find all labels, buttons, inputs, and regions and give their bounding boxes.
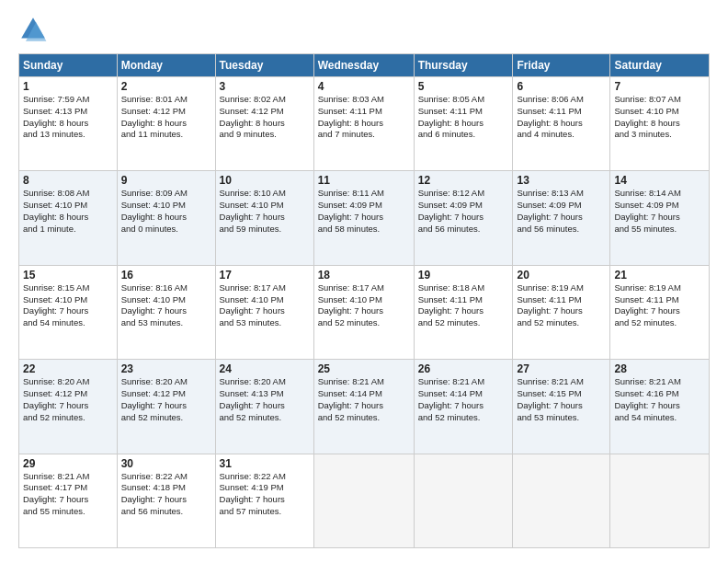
day-info: Sunrise: 8:07 AM	[614, 94, 705, 106]
day-number: 24	[220, 362, 310, 375]
day-number: 2	[121, 80, 211, 93]
calendar-cell: 13Sunrise: 8:13 AMSunset: 4:09 PMDayligh…	[513, 171, 610, 265]
calendar-cell: 16Sunrise: 8:16 AMSunset: 4:10 PMDayligh…	[117, 265, 215, 359]
day-number: 5	[418, 80, 509, 93]
day-info: Daylight: 7 hours	[614, 305, 705, 317]
day-info: Sunrise: 8:01 AM	[121, 94, 211, 106]
calendar-cell: 25Sunrise: 8:21 AMSunset: 4:14 PMDayligh…	[313, 360, 414, 454]
day-number: 28	[614, 362, 705, 375]
day-info: Sunrise: 8:21 AM	[318, 376, 410, 388]
day-info: Daylight: 7 hours	[220, 494, 310, 506]
calendar-cell: 3Sunrise: 8:02 AMSunset: 4:12 PMDaylight…	[215, 77, 313, 171]
calendar-cell: 23Sunrise: 8:20 AMSunset: 4:12 PMDayligh…	[117, 360, 215, 454]
day-info: Sunrise: 8:13 AM	[517, 188, 606, 200]
day-info: Sunrise: 8:11 AM	[318, 188, 410, 200]
calendar-cell: 18Sunrise: 8:17 AMSunset: 4:10 PMDayligh…	[313, 265, 414, 359]
day-number: 14	[614, 174, 705, 187]
calendar-cell: 22Sunrise: 8:20 AMSunset: 4:12 PMDayligh…	[19, 360, 118, 454]
day-info: Daylight: 7 hours	[517, 305, 606, 317]
calendar-cell: 14Sunrise: 8:14 AMSunset: 4:09 PMDayligh…	[610, 171, 710, 265]
day-info: Daylight: 7 hours	[318, 400, 410, 412]
day-info: Sunrise: 8:21 AM	[517, 376, 606, 388]
day-number: 21	[614, 269, 705, 282]
weekday-header: Saturday	[610, 54, 710, 77]
day-info: Sunset: 4:11 PM	[418, 106, 509, 118]
calendar-cell: 26Sunrise: 8:21 AMSunset: 4:14 PMDayligh…	[414, 360, 513, 454]
calendar-week-row: 15Sunrise: 8:15 AMSunset: 4:10 PMDayligh…	[19, 265, 710, 359]
day-info: Sunset: 4:11 PM	[517, 294, 606, 306]
day-number: 11	[318, 174, 410, 187]
day-number: 15	[23, 269, 113, 282]
day-info: and 52 minutes.	[418, 412, 509, 424]
page: SundayMondayTuesdayWednesdayThursdayFrid…	[0, 0, 728, 563]
day-number: 17	[220, 269, 310, 282]
day-info: Sunset: 4:10 PM	[614, 106, 705, 118]
day-number: 27	[517, 362, 606, 375]
day-info: and 58 minutes.	[318, 224, 410, 236]
day-number: 13	[517, 174, 606, 187]
day-number: 19	[418, 269, 509, 282]
day-info: Sunset: 4:10 PM	[121, 200, 211, 212]
day-info: and 57 minutes.	[220, 506, 310, 518]
day-number: 16	[121, 269, 211, 282]
day-number: 25	[318, 362, 410, 375]
day-info: and 53 minutes.	[220, 317, 310, 329]
calendar-cell: 20Sunrise: 8:19 AMSunset: 4:11 PMDayligh…	[513, 265, 610, 359]
calendar-cell	[610, 454, 710, 547]
day-number: 10	[220, 174, 310, 187]
calendar-week-row: 29Sunrise: 8:21 AMSunset: 4:17 PMDayligh…	[19, 454, 710, 547]
day-info: Sunset: 4:10 PM	[318, 294, 410, 306]
day-info: and 52 minutes.	[220, 412, 310, 424]
calendar-cell: 5Sunrise: 8:05 AMSunset: 4:11 PMDaylight…	[414, 77, 513, 171]
header	[18, 15, 710, 44]
day-info: Daylight: 7 hours	[318, 305, 410, 317]
day-info: Daylight: 8 hours	[23, 118, 113, 130]
calendar-table: SundayMondayTuesdayWednesdayThursdayFrid…	[18, 53, 710, 548]
day-info: and 11 minutes.	[121, 129, 211, 141]
day-info: Sunset: 4:11 PM	[418, 294, 509, 306]
day-info: Daylight: 7 hours	[418, 305, 509, 317]
day-info: and 53 minutes.	[517, 412, 606, 424]
day-info: Sunrise: 8:16 AM	[121, 282, 211, 294]
day-info: Sunset: 4:10 PM	[220, 294, 310, 306]
day-info: Sunset: 4:13 PM	[220, 388, 310, 400]
weekday-header: Sunday	[19, 54, 118, 77]
day-info: Sunrise: 8:21 AM	[418, 376, 509, 388]
day-info: Sunset: 4:09 PM	[318, 200, 410, 212]
day-info: Sunrise: 8:06 AM	[517, 94, 606, 106]
calendar-cell: 24Sunrise: 8:20 AMSunset: 4:13 PMDayligh…	[215, 360, 313, 454]
day-info: Sunrise: 8:19 AM	[517, 282, 606, 294]
day-info: Sunrise: 7:59 AM	[23, 94, 113, 106]
day-info: and 56 minutes.	[517, 224, 606, 236]
day-info: Sunrise: 8:03 AM	[318, 94, 410, 106]
day-number: 30	[121, 457, 211, 470]
day-info: and 54 minutes.	[23, 317, 113, 329]
day-info: Sunset: 4:17 PM	[23, 482, 113, 494]
day-info: and 55 minutes.	[23, 506, 113, 518]
day-number: 29	[23, 457, 113, 470]
day-info: and 52 minutes.	[318, 317, 410, 329]
day-info: Daylight: 8 hours	[318, 118, 410, 130]
day-info: Sunset: 4:11 PM	[517, 106, 606, 118]
day-info: Sunset: 4:10 PM	[121, 294, 211, 306]
calendar-cell: 12Sunrise: 8:12 AMSunset: 4:09 PMDayligh…	[414, 171, 513, 265]
day-info: Daylight: 7 hours	[318, 212, 410, 224]
weekday-header: Tuesday	[215, 54, 313, 77]
day-info: and 9 minutes.	[220, 129, 310, 141]
weekday-header: Monday	[117, 54, 215, 77]
day-info: Sunset: 4:09 PM	[614, 200, 705, 212]
logo	[18, 15, 51, 44]
day-info: and 55 minutes.	[614, 224, 705, 236]
calendar-cell: 6Sunrise: 8:06 AMSunset: 4:11 PMDaylight…	[513, 77, 610, 171]
day-info: Sunset: 4:11 PM	[318, 106, 410, 118]
day-info: Sunset: 4:14 PM	[418, 388, 509, 400]
calendar-cell: 8Sunrise: 8:08 AMSunset: 4:10 PMDaylight…	[19, 171, 118, 265]
day-number: 1	[23, 80, 113, 93]
day-info: Daylight: 7 hours	[23, 400, 113, 412]
day-info: Sunrise: 8:15 AM	[23, 282, 113, 294]
day-info: and 52 minutes.	[318, 412, 410, 424]
day-number: 26	[418, 362, 509, 375]
day-info: and 52 minutes.	[517, 317, 606, 329]
day-info: Sunrise: 8:20 AM	[220, 376, 310, 388]
day-number: 12	[418, 174, 509, 187]
